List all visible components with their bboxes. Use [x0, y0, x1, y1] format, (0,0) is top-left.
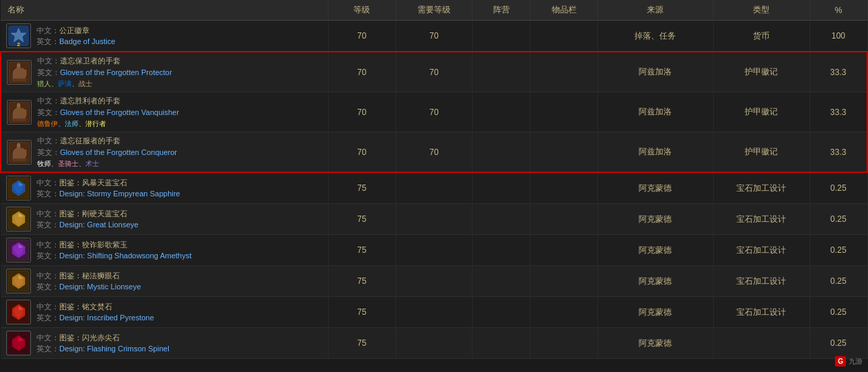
item-text: 中文：图鉴：闪光赤尖石英文：Design: Flashing Crimson S… [37, 332, 169, 355]
cell-req-level: 70 [395, 132, 473, 173]
item-text: 中文：遗忘胜利者的手套英文：Gloves of the Forgotten Va… [37, 95, 179, 129]
cell-pct: 33.3 [809, 52, 867, 92]
item-classes: 牧师、圣骑士、术士 [37, 158, 177, 169]
cell-pct: 0.25 [809, 235, 867, 266]
item-icon-design-mystic-lionseye [6, 269, 31, 293]
cell-faction [473, 92, 530, 132]
cell-type: 护甲徽记 [713, 92, 809, 132]
watermark-logo: G [835, 356, 846, 366]
cell-level: 75 [328, 235, 395, 266]
cell-slot [530, 235, 598, 266]
cell-type [713, 328, 809, 359]
cell-type: 护甲徽记 [713, 132, 809, 173]
cell-source: 阿克蒙德 [598, 235, 714, 266]
item-en-name: 英文：Design: Flashing Crimson Spinel [37, 343, 169, 355]
item-en-name: 英文：Gloves of the Forgotten Vanquisher [37, 107, 179, 118]
item-name-cell: 中文：图鉴：狡诈影歌紫玉英文：Design: Shifting Shadowso… [1, 235, 328, 266]
svg-rect-11 [12, 158, 27, 161]
table-row-gloves-vanquisher[interactable]: 中文：遗忘胜利者的手套英文：Gloves of the Forgotten Va… [1, 92, 867, 132]
cell-pct: 0.25 [809, 328, 867, 359]
col-slot: 物品栏 [530, 0, 598, 21]
watermark-text: 九游 [849, 357, 862, 366]
cell-level: 70 [328, 52, 395, 92]
table-row-design-great-lionseye[interactable]: 中文：图鉴：刚硬天蓝宝石英文：Design: Great Lionseye75阿… [1, 204, 867, 235]
cell-pct: 33.3 [809, 132, 867, 173]
item-zh-name: 中文：图鉴：狡诈影歌紫玉 [37, 239, 192, 251]
item-name-cell: 中文：图鉴：铭文焚石英文：Design: Inscribed Pyrestone [1, 297, 328, 328]
item-text: 中文：公正徽章英文：Badge of Justice [37, 25, 115, 48]
item-text: 中文：图鉴：刚硬天蓝宝石英文：Design: Great Lionseye [37, 208, 138, 231]
table-row-design-mystic-lionseye[interactable]: 中文：图鉴：秘法狮眼石英文：Design: Mystic Lionseye75阿… [1, 266, 867, 297]
col-level: 等级 [328, 0, 395, 21]
cell-level: 75 [328, 266, 395, 297]
item-name-cell: 中文：图鉴：秘法狮眼石英文：Design: Mystic Lionseye [1, 266, 328, 297]
cell-req-level: 70 [395, 52, 473, 92]
table-row-badge-of-justice[interactable]: 2 中文：公正徽章英文：Badge of Justice7070掉落、任务货币1… [1, 21, 867, 52]
item-zh-name: 中文：公正徽章 [37, 25, 115, 37]
table-body: 2 中文：公正徽章英文：Badge of Justice7070掉落、任务货币1… [1, 21, 867, 359]
item-en-name: 英文：Design: Mystic Lionseye [37, 281, 141, 293]
item-classes: 德鲁伊、法师、潜行者 [37, 118, 179, 129]
item-name-cell: 2 中文：公正徽章英文：Badge of Justice [1, 21, 328, 52]
cell-slot [530, 328, 598, 359]
cell-faction [473, 266, 530, 297]
cell-pct: 0.25 [809, 204, 867, 235]
cell-req-level [395, 204, 473, 235]
svg-text:2: 2 [17, 41, 21, 48]
table-row-gloves-conqueror[interactable]: 中文：遗忘征服者的手套英文：Gloves of the Forgotten Co… [1, 132, 867, 173]
cell-slot [530, 52, 598, 92]
cell-faction [473, 204, 530, 235]
cell-level: 70 [328, 92, 395, 132]
item-name-cell: 中文：遗忘胜利者的手套英文：Gloves of the Forgotten Va… [1, 92, 328, 132]
cell-slot [530, 204, 598, 235]
cell-slot [530, 297, 598, 328]
main-table-container: 名称 等级 需要等级 阵营 物品栏 来源 类型 % 2 中文：公正徽章英文：Ba… [0, 0, 868, 359]
table-row-design-stormy-sapphire[interactable]: 中文：图鉴：风暴天蓝宝石英文：Design: Stormy Empyrean S… [1, 172, 867, 204]
cell-source: 阿克蒙德 [598, 328, 714, 359]
cell-pct: 0.25 [809, 297, 867, 328]
cell-level: 75 [328, 328, 395, 359]
cell-faction [473, 21, 530, 52]
table-row-gloves-protector[interactable]: 中文：遗忘保卫者的手套英文：Gloves of the Forgotten Pr… [1, 52, 867, 92]
item-name-cell: 中文：遗忘保卫者的手套英文：Gloves of the Forgotten Pr… [1, 52, 328, 92]
cell-level: 70 [328, 21, 395, 52]
cell-slot [530, 266, 598, 297]
item-en-name: 英文：Gloves of the Forgotten Protector [37, 67, 172, 79]
col-source: 来源 [598, 0, 714, 21]
table-header: 名称 等级 需要等级 阵营 物品栏 来源 类型 % [1, 0, 867, 21]
cell-type: 宝石加工设计 [713, 266, 809, 297]
item-zh-name: 中文：图鉴：刚硬天蓝宝石 [37, 208, 138, 220]
item-text: 中文：图鉴：秘法狮眼石英文：Design: Mystic Lionseye [37, 270, 141, 293]
item-zh-name: 中文：图鉴：铭文焚石 [37, 301, 154, 313]
cell-level: 75 [328, 297, 395, 328]
item-name-cell: 中文：遗忘征服者的手套英文：Gloves of the Forgotten Co… [1, 132, 328, 173]
cell-faction [473, 132, 530, 173]
cell-source: 阿兹加洛 [598, 132, 714, 173]
cell-level: 75 [328, 204, 395, 235]
cell-type: 宝石加工设计 [713, 235, 809, 266]
watermark: G 九游 [835, 356, 862, 366]
col-type: 类型 [713, 0, 809, 21]
item-icon-gloves-protector [7, 60, 32, 85]
item-zh-name: 中文：遗忘保卫者的手套 [37, 55, 172, 67]
table-row-design-pyrestone[interactable]: 中文：图鉴：铭文焚石英文：Design: Inscribed Pyrestone… [1, 297, 867, 328]
item-name-cell: 中文：图鉴：刚硬天蓝宝石英文：Design: Great Lionseye [1, 204, 328, 235]
cell-level: 70 [328, 132, 395, 173]
cell-source: 阿克蒙德 [598, 266, 714, 297]
cell-slot [530, 132, 598, 173]
item-en-name: 英文：Design: Stormy Empyrean Sapphire [37, 188, 180, 200]
item-zh-name: 中文：遗忘征服者的手套 [37, 135, 177, 147]
item-zh-name: 中文：遗忘胜利者的手套 [37, 95, 179, 107]
table-row-design-spinel[interactable]: 中文：图鉴：闪光赤尖石英文：Design: Flashing Crimson S… [1, 328, 867, 359]
cell-slot [530, 172, 598, 204]
cell-source: 阿克蒙德 [598, 204, 714, 235]
item-text: 中文：图鉴：狡诈影歌紫玉英文：Design: Shifting Shadowso… [37, 239, 192, 262]
cell-req-level [395, 297, 473, 328]
table-row-design-shifting-amethyst[interactable]: 中文：图鉴：狡诈影歌紫玉英文：Design: Shifting Shadowso… [1, 235, 867, 266]
cell-slot [530, 21, 598, 52]
svg-rect-5 [12, 79, 27, 81]
cell-faction [473, 297, 530, 328]
cell-source: 掉落、任务 [598, 21, 714, 52]
cell-req-level: 70 [395, 92, 473, 132]
item-text: 中文：遗忘保卫者的手套英文：Gloves of the Forgotten Pr… [37, 55, 172, 89]
